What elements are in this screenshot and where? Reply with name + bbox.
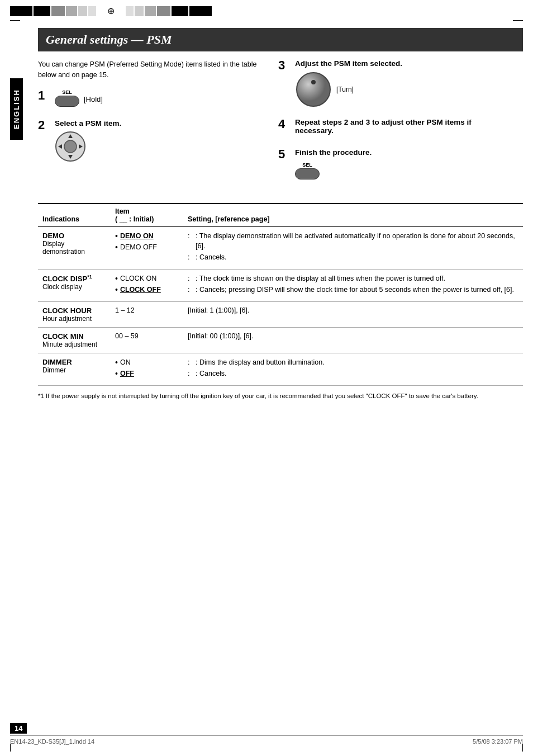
item-clockdisp: • CLOCK ON • CLOCK OFF (111, 269, 183, 301)
footnote: *1 If the power supply is not interrupte… (38, 391, 523, 401)
step-2-number: 2 (38, 119, 50, 131)
header-crosshair: ⊕ (107, 6, 115, 16)
demo-on-text: DEMO ON (120, 232, 154, 240)
step-1-number: 1 (38, 89, 50, 102)
setting-text-dimmer-1: : Dims the display and button illuminati… (196, 358, 325, 368)
ind-clockdisp: CLOCK DISP*1 Clock display (38, 269, 111, 301)
ind-sub-clockhour: Hour adjustment (42, 315, 92, 323)
sel-label: SEL (62, 89, 72, 95)
clock-off-text: CLOCK OFF (120, 286, 161, 294)
col-header-setting: Setting, [reference page] (183, 204, 523, 227)
setting-row-dimmer-2: : : Cancels. (188, 369, 518, 379)
ind-main-clockdisp: CLOCK DISP*1 (42, 275, 92, 283)
header-block-6 (88, 6, 96, 16)
item-header-main: Item (115, 207, 130, 215)
step-2-content: Select a PSM item. (55, 119, 261, 164)
turn-label: [Turn] (336, 86, 354, 93)
sel-button-step1: SEL (55, 89, 79, 107)
colon-cd2: : (188, 285, 193, 295)
sel-body-5 (295, 168, 320, 179)
clockhour-range: 1 – 12 (115, 306, 135, 314)
ind-main-clockmin: CLOCK MIN (42, 332, 84, 341)
dimmer-on-text: ON (120, 358, 131, 366)
step-3-number: 3 (278, 59, 291, 72)
step-5: 5 Finish the procedure. SEL (278, 148, 507, 182)
ind-sub-clockmin: Minute adjustment (42, 341, 97, 348)
step-5-title: Finish the procedure. (295, 148, 507, 157)
ind-sub-demo: Display demonstration (42, 240, 85, 256)
colon-cd1: : (188, 274, 193, 284)
header-block-r3 (145, 6, 156, 16)
svg-point-7 (311, 80, 316, 84)
table-row: CLOCK MIN Minute adjustment 00 – 59 [Ini… (38, 327, 523, 353)
step-5-number: 5 (278, 148, 291, 160)
item-option-demo-off: • DEMO OFF (115, 243, 179, 252)
ind-sub-clockdisp: Clock display (42, 283, 82, 291)
bullet-clock-on: • (115, 274, 118, 283)
item-option-clock-on: • CLOCK ON (115, 274, 179, 283)
colon-d2: : (188, 369, 193, 379)
svg-point-1 (64, 140, 77, 153)
knob-icon (295, 71, 332, 108)
header-blocks-right (126, 6, 212, 16)
bullet-dimmer-on: • (115, 358, 118, 367)
header-block-5 (78, 6, 87, 16)
item-demo: • DEMO ON • DEMO OFF (111, 227, 183, 270)
header-block-1 (10, 6, 32, 16)
header-block-r6 (189, 6, 212, 16)
ind-main-clockhour: CLOCK HOUR (42, 306, 92, 315)
table-row: CLOCK DISP*1 Clock display • CLOCK ON • … (38, 269, 523, 301)
step-4-number: 4 (278, 118, 291, 130)
header-block-3 (51, 6, 65, 16)
intro-text: You can change PSM (Preferred Setting Mo… (38, 59, 261, 81)
setting-text-clockdisp-2: : Cancels; pressing DISP will show the c… (196, 285, 514, 295)
item-option-dimmer-on: • ON (115, 358, 179, 367)
step-2: 2 Select a PSM item. (38, 119, 261, 164)
setting-dimmer: : : Dims the display and button illumina… (183, 353, 523, 385)
bullet-dimmer-off: • (115, 369, 118, 378)
header-block-r4 (157, 6, 170, 16)
table-container: Indications Item ( __ : Initial) Setting… (38, 203, 523, 401)
step-4-content: Repeat steps 2 and 3 to adjust other PSM… (295, 118, 507, 138)
bullet-clock-off: • (115, 285, 118, 294)
title-bar: General settings — PSM (38, 28, 523, 51)
bottom-mark-left (10, 744, 11, 752)
setting-demo: : : The display demonstration will be ac… (183, 227, 523, 270)
col-header-item: Item ( __ : Initial) (111, 204, 183, 227)
top-rule-left (10, 20, 20, 21)
bottom-marks (10, 744, 523, 752)
step-2-icon (55, 131, 261, 164)
item-option-clock-off: • CLOCK OFF (115, 285, 179, 294)
sel-body (55, 96, 79, 107)
step-5-icon: SEL (295, 160, 507, 182)
bullet-demo-on: • (115, 231, 118, 240)
table-row: CLOCK HOUR Hour adjustment 1 – 12 [Initi… (38, 301, 523, 327)
setting-row-clockdisp-1: : : The clock time is shown on the displ… (188, 274, 518, 284)
clockmin-range: 00 – 59 (115, 332, 139, 340)
item-clockhour: 1 – 12 (111, 301, 183, 327)
step-3-icon-area: [Turn] (295, 71, 507, 108)
setting-text-clockmin: [Initial: 00 (1:00)], [6]. (188, 332, 253, 340)
step-1: 1 SEL [Hold] (38, 89, 261, 109)
step-4-title: Repeat steps 2 and 3 to adjust other PSM… (295, 118, 507, 135)
colon-2: : (188, 253, 193, 263)
header-block-r5 (172, 6, 188, 16)
ind-clockhour: CLOCK HOUR Hour adjustment (38, 301, 111, 327)
main-content: General settings — PSM You can change PS… (10, 22, 523, 401)
step-1-content: SEL [Hold] (55, 89, 261, 109)
header-block-4 (66, 6, 77, 16)
item-header-sub: ( __ : Initial) (115, 215, 154, 223)
setting-clockhour: [Initial: 1 (1:00)], [6]. (183, 301, 523, 327)
page-number: 14 (10, 723, 27, 734)
setting-text-dimmer-2: : Cancels. (196, 369, 227, 379)
colon-d1: : (188, 358, 193, 368)
instructions-area: You can change PSM (Preferred Setting Mo… (38, 59, 523, 192)
header-block-r2 (135, 6, 144, 16)
step-3-title: Adjust the PSM item selected. (295, 59, 507, 68)
settings-table: Indications Item ( __ : Initial) Setting… (38, 203, 523, 386)
setting-row-dimmer-1: : : Dims the display and button illumina… (188, 358, 518, 368)
header-bar: ⊕ (0, 0, 533, 16)
table-row: DEMO Display demonstration • DEMO ON • D… (38, 227, 523, 270)
header-blocks-left (10, 6, 96, 16)
demo-off-text: DEMO OFF (120, 243, 157, 251)
